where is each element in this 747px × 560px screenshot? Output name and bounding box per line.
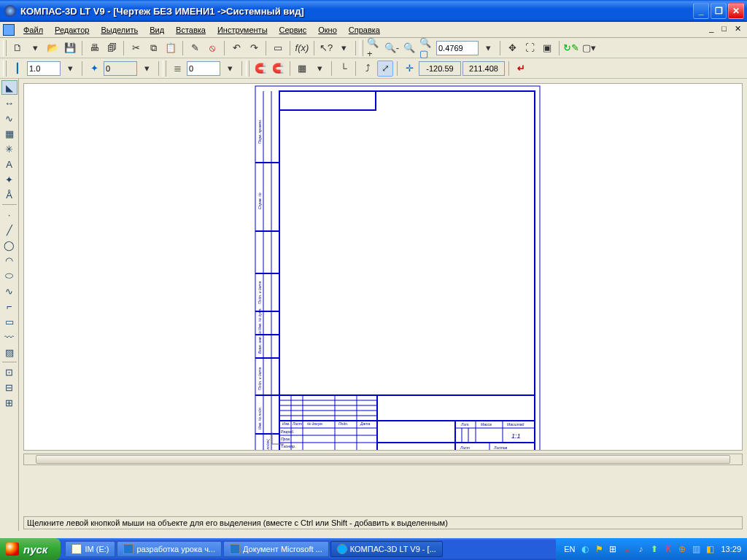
tray-icon[interactable]: ♪ bbox=[635, 543, 646, 555]
localcs2-button[interactable]: ⤢ bbox=[377, 61, 393, 77]
layer-icon[interactable]: ≣ bbox=[169, 61, 185, 77]
ellipse-tool[interactable]: ⬭ bbox=[1, 268, 18, 283]
zoom-window-button[interactable]: 🔍 bbox=[401, 40, 417, 56]
task-doc2[interactable]: Документ Microsoft ... bbox=[223, 541, 329, 557]
tray-icon[interactable]: ⊞ bbox=[607, 543, 619, 555]
zoom-dd[interactable]: ▾ bbox=[480, 40, 496, 56]
symbols-panel-button[interactable]: ∿ bbox=[1, 111, 18, 125]
rect-tool[interactable]: ▭ bbox=[1, 314, 18, 329]
copy-button[interactable]: ⧉ bbox=[145, 40, 161, 56]
line-tool[interactable]: ╱ bbox=[1, 222, 18, 237]
task-doc1[interactable]: разработка урока ч... bbox=[117, 541, 222, 557]
task-kompas[interactable]: КОМПАС-3D LT V9 - [... bbox=[330, 541, 443, 557]
tray-icon[interactable]: ⊕ bbox=[676, 543, 688, 555]
open-button[interactable]: 📂 bbox=[44, 40, 61, 56]
grid-button[interactable]: ▦ bbox=[294, 61, 310, 77]
menu-edit[interactable]: Редактор bbox=[49, 23, 95, 36]
linestyle-icon[interactable]: ┃ bbox=[9, 61, 26, 77]
print-button[interactable]: 🖶 bbox=[86, 40, 102, 56]
menu-window[interactable]: Окно bbox=[312, 23, 343, 36]
drawing-sheet[interactable]: Изм. Лист № докум. Подп. Дата Разраб. Пр… bbox=[255, 85, 541, 451]
offset-tool[interactable]: 〰 bbox=[1, 330, 18, 344]
assoc-panel-button[interactable]: Å bbox=[1, 187, 18, 202]
circle-tool[interactable]: ◯ bbox=[1, 238, 18, 252]
zoom-prev-button[interactable]: ⛶ bbox=[522, 40, 538, 56]
zoom-in-button[interactable]: 🔍+ bbox=[366, 40, 382, 56]
misc3-tool[interactable]: ⊞ bbox=[1, 395, 18, 410]
drawing-canvas[interactable]: Изм. Лист № докум. Подп. Дата Разраб. Пр… bbox=[23, 83, 743, 451]
paste-button[interactable]: 📋 bbox=[163, 40, 179, 56]
tray-icon[interactable]: ▥ bbox=[690, 543, 702, 555]
cancel-button[interactable]: ⦸ bbox=[204, 40, 220, 56]
minimize-button[interactable]: _ bbox=[693, 3, 709, 19]
menu-view[interactable]: Вид bbox=[144, 23, 170, 36]
localcs-button[interactable]: ⤴ bbox=[360, 61, 376, 77]
step-combo[interactable] bbox=[104, 61, 137, 76]
menu-file[interactable]: Файл bbox=[18, 23, 49, 36]
svg-text:Справ. №: Справ. № bbox=[258, 192, 262, 209]
snap-mid-button[interactable]: 🧲 bbox=[270, 61, 286, 77]
end-input-button[interactable]: ↵ bbox=[513, 61, 529, 77]
edit-panel-button[interactable]: ▦ bbox=[1, 126, 18, 141]
tray-icon[interactable]: ⟁ bbox=[621, 543, 632, 555]
param-panel-button[interactable]: ✳ bbox=[1, 141, 18, 156]
zoom-out-button[interactable]: 🔍- bbox=[384, 40, 400, 56]
task-im[interactable]: IM (E:) bbox=[65, 541, 115, 557]
dimension-panel-button[interactable]: ↔ bbox=[1, 96, 18, 110]
spline-tool[interactable]: ∿ bbox=[1, 284, 18, 298]
point-tool[interactable]: · bbox=[1, 207, 18, 222]
snap-end-button[interactable]: 🧲 bbox=[252, 61, 268, 77]
new-dropdown[interactable]: ▾ bbox=[27, 40, 43, 56]
ortho-button[interactable]: └ bbox=[336, 61, 352, 77]
save-button[interactable]: 💾 bbox=[62, 40, 78, 56]
arc-tool[interactable]: ◠ bbox=[1, 253, 18, 268]
start-button[interactable]: пуск bbox=[0, 538, 61, 560]
undo-button[interactable]: ↶ bbox=[228, 40, 244, 56]
zoom-combo[interactable] bbox=[436, 41, 479, 55]
new-button[interactable]: 🗋 bbox=[9, 40, 26, 56]
fx-button[interactable]: f(x) bbox=[294, 40, 310, 56]
menu-insert[interactable]: Вставка bbox=[170, 23, 212, 36]
scale-combo[interactable] bbox=[27, 61, 61, 76]
misc1-tool[interactable]: ⊡ bbox=[1, 365, 18, 379]
misc2-tool[interactable]: ⊟ bbox=[1, 380, 18, 394]
hatch-tool[interactable]: ▨ bbox=[1, 345, 18, 359]
tray-icon[interactable]: ◐ bbox=[579, 543, 591, 555]
zoom-all-button[interactable]: ▣ bbox=[539, 40, 555, 56]
zoom-fit-button[interactable]: 🔍▢ bbox=[419, 40, 435, 56]
help-cursor-button[interactable]: ↖? bbox=[318, 40, 334, 56]
select-panel-button[interactable]: ✦ bbox=[1, 172, 18, 187]
lang-indicator[interactable]: EN bbox=[562, 545, 577, 553]
tray-icon[interactable]: ⚑ bbox=[593, 543, 605, 555]
view-dd-button[interactable]: ▢▾ bbox=[581, 40, 597, 56]
library-button[interactable]: ▭ bbox=[270, 40, 286, 56]
redo-button[interactable]: ↷ bbox=[246, 40, 262, 56]
preview-button[interactable]: 🗐 bbox=[104, 40, 120, 56]
measure-panel-button[interactable]: A bbox=[1, 157, 18, 171]
close-button[interactable]: ✕ bbox=[728, 3, 744, 19]
menu-tools[interactable]: Инструменты bbox=[212, 23, 274, 36]
help-dropdown[interactable]: ▾ bbox=[336, 40, 352, 56]
chamfer-tool[interactable]: ⌐ bbox=[1, 299, 18, 314]
geometry-panel-button[interactable]: ◣ bbox=[1, 80, 18, 95]
tray-icon[interactable]: ⬆ bbox=[649, 543, 660, 555]
menu-help[interactable]: Справка bbox=[343, 23, 386, 36]
tray-icon[interactable]: K bbox=[662, 543, 674, 555]
system-tray[interactable]: EN ◐ ⚑ ⊞ ⟁ ♪ ⬆ K ⊕ ▥ ◧ 13:29 bbox=[556, 538, 747, 560]
mdi-controls[interactable]: _ □ ✕ bbox=[709, 24, 744, 34]
cut-button[interactable]: ✂ bbox=[128, 40, 144, 56]
coord-y bbox=[462, 61, 505, 76]
clock[interactable]: 13:29 bbox=[721, 545, 741, 553]
pan-button[interactable]: ✥ bbox=[504, 40, 520, 56]
step-icon[interactable]: ✦ bbox=[86, 61, 102, 77]
properties-button[interactable]: ✎ bbox=[187, 40, 203, 56]
menu-service[interactable]: Сервис bbox=[274, 23, 313, 36]
tray-icon[interactable]: ◧ bbox=[704, 543, 716, 555]
horizontal-scrollbar[interactable] bbox=[23, 454, 743, 465]
svg-text:Пров.: Пров. bbox=[281, 437, 290, 441]
menu-select[interactable]: Выделить bbox=[95, 23, 144, 36]
layer-combo[interactable] bbox=[187, 61, 220, 76]
maximize-button[interactable]: ❐ bbox=[711, 3, 727, 19]
doc-icon[interactable] bbox=[3, 24, 15, 36]
redraw-button[interactable]: ↻✎ bbox=[563, 40, 579, 56]
